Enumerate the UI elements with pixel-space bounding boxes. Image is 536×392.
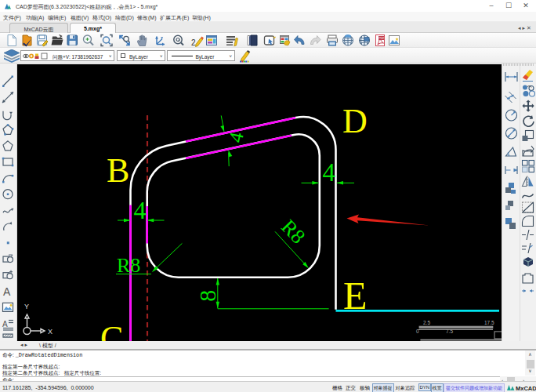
svg-text:2.5: 2.5 bbox=[423, 320, 430, 325]
svg-text:4: 4 bbox=[225, 130, 248, 144]
svg-text:0: 0 bbox=[416, 328, 419, 334]
svg-text:A: A bbox=[3, 285, 11, 298]
svg-text:4: 4 bbox=[323, 158, 336, 187]
svg-text:17.5: 17.5 bbox=[484, 320, 494, 325]
svg-text:E: E bbox=[343, 274, 368, 318]
svg-text:X: X bbox=[48, 328, 53, 336]
svg-text:R8: R8 bbox=[277, 216, 310, 249]
svg-text:Y: Y bbox=[24, 303, 29, 310]
svg-text:2: 2 bbox=[191, 38, 196, 47]
svg-text:C: C bbox=[100, 319, 123, 341]
svg-text:4: 4 bbox=[134, 196, 147, 224]
svg-text:7.5: 7.5 bbox=[446, 328, 453, 334]
svg-text:A: A bbox=[2, 320, 8, 328]
svg-text:8: 8 bbox=[194, 290, 220, 302]
svg-text:R8: R8 bbox=[117, 254, 140, 277]
svg-text:B: B bbox=[107, 151, 129, 190]
svg-text:D: D bbox=[342, 102, 368, 140]
